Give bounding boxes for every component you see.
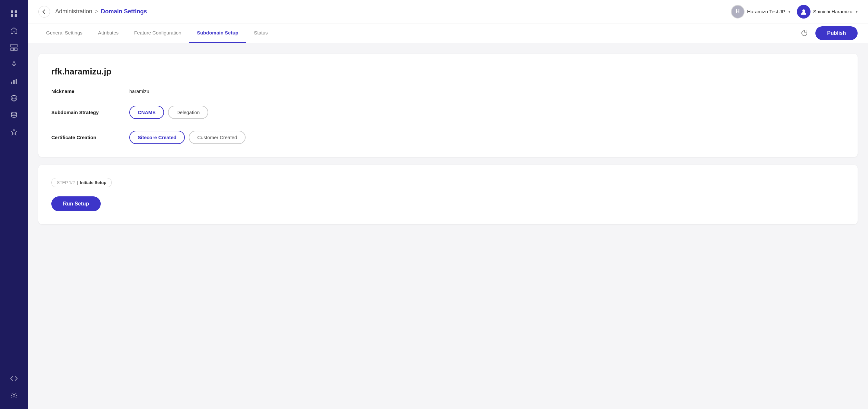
publish-button[interactable]: Publish — [815, 26, 858, 40]
account1-name: Haramizu Test JP — [747, 9, 785, 14]
main-content: Administration > Domain Settings H Haram… — [28, 0, 868, 409]
svg-rect-4 — [11, 44, 17, 47]
svg-rect-9 — [16, 79, 17, 84]
breadcrumb-parent: Administration — [55, 8, 92, 15]
avatar-user — [797, 5, 810, 19]
svg-marker-14 — [11, 129, 17, 135]
chart-icon[interactable] — [7, 74, 21, 88]
topbar-right: H Haramizu Test JP ▾ Shinichi Haramizu ▾ — [731, 5, 858, 19]
strategy-label: Subdomain Strategy — [51, 110, 129, 115]
content-area: rfk.haramizu.jp Nickname haramizu Subdom… — [28, 43, 868, 409]
strategy-row: Subdomain Strategy CNAME Delegation — [51, 106, 845, 119]
tab-status[interactable]: Status — [246, 23, 276, 43]
svg-rect-0 — [11, 10, 13, 13]
chevron-down-icon-2: ▾ — [856, 9, 858, 14]
tabbar-actions: Publish — [799, 26, 858, 40]
breadcrumb-separator: > — [95, 8, 98, 15]
cert-label: Certificate Creation — [51, 135, 129, 140]
tab-general-settings[interactable]: General Settings — [38, 23, 90, 43]
topbar: Administration > Domain Settings H Haram… — [28, 0, 868, 23]
puzzle-icon[interactable] — [7, 57, 21, 71]
cert-customer-button[interactable]: Customer Created — [189, 131, 246, 144]
layout-icon[interactable] — [7, 40, 21, 55]
strategy-toggle-group: CNAME Delegation — [129, 106, 208, 119]
globe-icon[interactable] — [7, 91, 21, 105]
svg-point-16 — [802, 9, 805, 12]
step-badge: STEP 1/2 | Initiate Setup — [51, 178, 112, 187]
cert-toggle-group: Sitecore Created Customer Created — [129, 131, 246, 144]
domain-card: rfk.haramizu.jp Nickname haramizu Subdom… — [38, 54, 858, 157]
svg-point-13 — [11, 112, 17, 114]
tab-feature-configuration[interactable]: Feature Configuration — [126, 23, 189, 43]
database-icon[interactable] — [7, 108, 21, 122]
settings-icon[interactable] — [7, 388, 21, 403]
tab-attributes[interactable]: Attributes — [90, 23, 126, 43]
step-badge-title: Initiate Setup — [80, 180, 106, 185]
cert-row: Certificate Creation Sitecore Created Cu… — [51, 131, 845, 144]
svg-rect-7 — [11, 82, 12, 84]
user-name: Shinichi Haramizu — [813, 9, 852, 14]
breadcrumb-current: Domain Settings — [101, 8, 147, 15]
tab-bar: General Settings Attributes Feature Conf… — [28, 23, 868, 43]
svg-rect-1 — [14, 10, 17, 13]
history-button[interactable] — [799, 27, 810, 39]
sidebar — [0, 0, 28, 409]
svg-point-15 — [13, 395, 15, 396]
plugin-icon[interactable] — [7, 125, 21, 139]
step-badge-separator: | — [77, 180, 78, 185]
nickname-value: haramizu — [129, 88, 149, 94]
chevron-down-icon: ▾ — [788, 9, 790, 14]
svg-rect-6 — [14, 48, 17, 51]
tab-subdomain-setup[interactable]: Subdomain Setup — [189, 23, 246, 43]
account-switcher[interactable]: H Haramizu Test JP ▾ — [731, 5, 790, 19]
svg-rect-3 — [14, 14, 17, 17]
cert-sitecore-button[interactable]: Sitecore Created — [129, 131, 185, 144]
step-badge-number: STEP 1/2 — [57, 180, 75, 185]
step-card: STEP 1/2 | Initiate Setup Run Setup — [38, 165, 858, 224]
home-icon[interactable] — [7, 23, 21, 38]
run-setup-button[interactable]: Run Setup — [51, 196, 101, 211]
user-menu[interactable]: Shinichi Haramizu ▾ — [797, 5, 858, 19]
code-icon[interactable] — [7, 371, 21, 386]
svg-rect-8 — [13, 80, 14, 84]
strategy-delegation-button[interactable]: Delegation — [168, 106, 208, 119]
grid-icon[interactable] — [7, 6, 21, 21]
breadcrumb: Administration > Domain Settings — [55, 8, 147, 15]
back-button[interactable] — [38, 6, 50, 18]
domain-title: rfk.haramizu.jp — [51, 67, 845, 77]
avatar-account1: H — [731, 5, 745, 19]
nickname-row: Nickname haramizu — [51, 88, 845, 94]
svg-rect-2 — [11, 14, 13, 17]
svg-rect-5 — [11, 48, 13, 51]
strategy-cname-button[interactable]: CNAME — [129, 106, 164, 119]
nickname-label: Nickname — [51, 88, 129, 94]
